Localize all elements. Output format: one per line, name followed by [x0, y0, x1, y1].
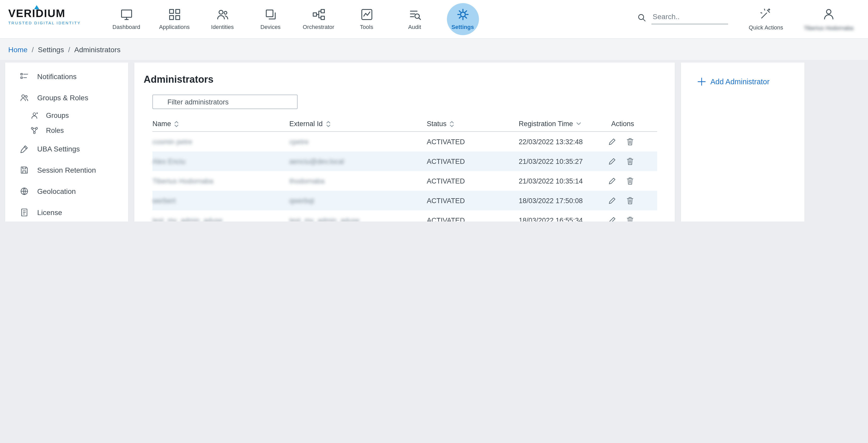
filter-wrap: [152, 95, 675, 109]
nav-label: Tools: [360, 24, 373, 30]
nav-item-applications[interactable]: Applications: [150, 0, 198, 38]
edit-icon[interactable]: [608, 216, 616, 222]
sort-both-icon: [450, 120, 455, 127]
nav-item-audit[interactable]: Audit: [391, 0, 439, 38]
applications-icon: [168, 7, 181, 22]
table-row[interactable]: cosmin petre cpetre ACTIVATED 22/03/2022…: [152, 132, 657, 151]
edit-icon[interactable]: [608, 177, 616, 185]
cell-name: cosmin petre: [152, 138, 289, 146]
filter-administrators-input[interactable]: [152, 95, 298, 109]
devices-icon: [264, 7, 277, 22]
cell-status: ACTIVATED: [427, 138, 519, 146]
user-avatar-icon: [822, 7, 835, 23]
brand-logo: VERIDIUM TRUSTED DIGITAL IDENTITY: [0, 0, 98, 38]
column-header-external-id[interactable]: External Id: [289, 120, 427, 128]
column-header-actions: Actions: [603, 120, 657, 128]
column-header-registration-time[interactable]: Registration Time: [519, 120, 603, 128]
cell-status: ACTIVATED: [427, 177, 519, 185]
orchestrator-icon: [312, 7, 325, 22]
nav-item-tools[interactable]: Tools: [343, 0, 391, 38]
breadcrumb: Home / Settings / Administrators: [0, 39, 868, 60]
sidebar-label: Geolocation: [37, 187, 76, 195]
breadcrumb-home[interactable]: Home: [8, 45, 28, 54]
delete-icon[interactable]: [626, 138, 634, 146]
cell-time: 22/03/2022 13:32:48: [519, 138, 603, 146]
nav-item-devices[interactable]: Devices: [246, 0, 294, 38]
sidebar-item-license[interactable]: License: [5, 202, 128, 222]
table-row[interactable]: werbert qwerbqt ACTIVATED 18/03/2022 17:…: [152, 191, 657, 210]
cell-actions: [603, 177, 657, 185]
delete-icon[interactable]: [626, 216, 634, 222]
sidebar-label: UBA Settings: [37, 145, 80, 153]
sidebar-item-uba-settings[interactable]: UBA Settings: [5, 138, 128, 159]
cell-actions: [603, 216, 657, 222]
cell-name: Alex Enciu: [152, 157, 289, 165]
delete-icon[interactable]: [626, 177, 634, 185]
identities-icon: [216, 7, 229, 22]
nav-label: Devices: [260, 24, 281, 30]
sidebar-label: Session Retention: [37, 166, 96, 174]
cell-external-id: cpetre: [289, 138, 427, 146]
notifications-icon: [20, 71, 29, 81]
uba-settings-icon: [20, 144, 29, 153]
cell-external-id: aenciu@dev.local: [289, 157, 427, 165]
cell-status: ACTIVATED: [427, 157, 519, 165]
page-title: Administrators: [144, 74, 675, 85]
sidebar-item-notifications[interactable]: Notifications: [5, 66, 128, 87]
cell-time: 21/03/2022 10:35:27: [519, 157, 603, 165]
nav-label: Orchestrator: [303, 24, 334, 30]
cell-external-id: qwerbqt: [289, 197, 427, 204]
table-row[interactable]: Tiberius Hodornaba thodornaba ACTIVATED …: [152, 171, 657, 191]
session-retention-icon: [20, 165, 29, 174]
cell-actions: [603, 197, 657, 205]
column-label: External Id: [289, 120, 323, 128]
quick-actions-button[interactable]: Quick Actions: [749, 8, 783, 30]
table-header-row: Name External Id Status Registration Tim…: [152, 116, 657, 132]
column-header-status[interactable]: Status: [427, 120, 519, 128]
edit-icon[interactable]: [608, 157, 616, 166]
cell-external-id: thodornaba: [289, 177, 427, 185]
nav-label: Dashboard: [113, 24, 140, 30]
brand-tagline: TRUSTED DIGITAL IDENTITY: [8, 21, 98, 25]
column-header-name[interactable]: Name: [152, 120, 289, 128]
delete-icon[interactable]: [626, 197, 634, 205]
sidebar-label: Roles: [46, 127, 64, 135]
app-root: VERIDIUM TRUSTED DIGITAL IDENTITY Dashbo…: [0, 0, 868, 222]
search-input[interactable]: [652, 12, 728, 24]
table-row[interactable]: Alex Enciu aenciu@dev.local ACTIVATED 21…: [152, 151, 657, 171]
user-menu[interactable]: Tiberius Hodornaba: [804, 7, 854, 31]
magic-wand-icon: [760, 8, 772, 22]
edit-icon[interactable]: [608, 138, 616, 146]
cell-status: ACTIVATED: [427, 216, 519, 222]
audit-icon: [408, 7, 421, 22]
breadcrumb-settings[interactable]: Settings: [38, 45, 64, 54]
brand-name: VERIDIUM: [8, 7, 98, 20]
delete-icon[interactable]: [626, 157, 634, 166]
sidebar-item-geolocation[interactable]: Geolocation: [5, 180, 128, 202]
nav-item-orchestrator[interactable]: Orchestrator: [294, 0, 343, 38]
groups-icon: [30, 111, 39, 120]
edit-icon[interactable]: [608, 197, 616, 205]
sidebar-item-groups[interactable]: Groups: [5, 108, 128, 123]
sort-desc-icon: [576, 122, 581, 126]
brand-triangle-icon: [34, 5, 39, 9]
search-icon: [637, 13, 646, 24]
nav-item-dashboard[interactable]: Dashboard: [102, 0, 150, 38]
sidebar-item-session-retention[interactable]: Session Retention: [5, 159, 128, 180]
roles-icon: [30, 126, 39, 135]
nav-item-identities[interactable]: Identities: [198, 0, 246, 38]
column-label: Status: [427, 120, 447, 128]
sidebar-item-roles[interactable]: Roles: [5, 123, 128, 138]
column-label: Name: [152, 120, 171, 128]
geolocation-icon: [20, 186, 29, 196]
topbar-right: Quick Actions Tiberius Hodornaba: [637, 0, 868, 38]
cell-name: Tiberius Hodornaba: [152, 177, 289, 185]
nav-item-settings[interactable]: Settings: [439, 0, 487, 38]
sidebar-label: Notifications: [37, 72, 77, 80]
top-bar: VERIDIUM TRUSTED DIGITAL IDENTITY Dashbo…: [0, 0, 868, 39]
table-row[interactable]: test_my_admin_aduse test_my_admin_aduse …: [152, 210, 657, 222]
plus-icon: [698, 78, 706, 86]
column-label: Actions: [611, 120, 634, 128]
add-administrator-button[interactable]: Add Administrator: [681, 63, 804, 86]
sidebar-item-groups-roles[interactable]: Groups & Roles: [5, 87, 128, 108]
